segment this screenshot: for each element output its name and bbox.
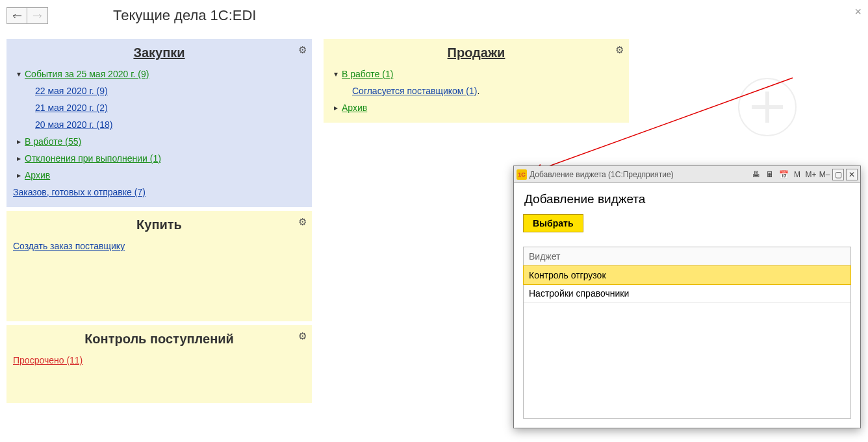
chevron-down-icon[interactable]: ▾	[13, 69, 25, 79]
dialog-close-icon[interactable]: ✕	[846, 169, 858, 180]
purchases-date-20[interactable]: 20 мая 2020 г. (18)	[35, 119, 112, 130]
printer-icon[interactable]: 🖶	[750, 169, 762, 180]
m-plus-button[interactable]: M+	[805, 169, 817, 180]
nav-forward-button[interactable]: 🡒	[27, 7, 48, 24]
widget-buy: ⚙ Купить Создать заказ поставщику	[6, 211, 312, 321]
purchases-archive[interactable]: Архив	[25, 170, 50, 180]
maximize-icon[interactable]: ▢	[832, 169, 844, 180]
add-widget-placeholder-icon[interactable]	[738, 78, 797, 136]
app-1c-icon: 1C	[517, 169, 527, 180]
purchases-in-work[interactable]: В работе (55)	[25, 136, 81, 147]
widget-list-row[interactable]: Контроль отгрузок	[523, 265, 851, 285]
purchases-ready-orders[interactable]: Заказов, готовых к отправке (7)	[13, 187, 146, 197]
dialog-titlebar[interactable]: 1C Добавление виджета (1С:Предприятие) 🖶…	[514, 166, 860, 183]
grid-empty-area	[524, 303, 850, 418]
gear-icon[interactable]: ⚙	[298, 330, 307, 342]
page-title: Текущие дела 1C:EDI	[113, 7, 256, 24]
chevron-right-icon[interactable]: ▸	[13, 137, 25, 146]
m-minus-button[interactable]: M–	[819, 169, 830, 180]
sales-in-work[interactable]: В работе (1)	[342, 69, 393, 79]
sales-archive[interactable]: Архив	[342, 103, 367, 113]
widget-list: Виджет Контроль отгрузок Настройки справ…	[523, 247, 851, 419]
gear-icon[interactable]: ⚙	[615, 44, 624, 56]
calculator-icon[interactable]: 🖩	[764, 169, 776, 180]
purchases-date-21[interactable]: 21 мая 2020 г. (2)	[35, 103, 108, 113]
widget-purchases: ⚙ Закупки ▾ События за 25 мая 2020 г. (9…	[6, 39, 312, 207]
chevron-right-icon[interactable]: ▸	[330, 103, 342, 112]
m-button[interactable]: M	[791, 169, 803, 180]
widget-list-row[interactable]: Настройки справочники	[524, 284, 850, 303]
close-icon[interactable]: ×	[854, 5, 862, 19]
sales-agreed[interactable]: Согласуется поставщиком (1)	[352, 86, 477, 96]
dialog-window-title: Добавление виджета (1С:Предприятие)	[530, 170, 674, 179]
calendar-icon[interactable]: 📅	[778, 169, 789, 180]
chevron-down-icon[interactable]: ▾	[330, 69, 342, 79]
create-supplier-order[interactable]: Создать заказ поставщику	[13, 241, 125, 251]
purchases-events-link[interactable]: События за 25 мая 2020 г. (9)	[25, 69, 149, 79]
nav-back-button[interactable]: 🡐	[6, 7, 27, 24]
purchases-deviations[interactable]: Отклонения при выполнении (1)	[25, 153, 161, 164]
purchases-date-22[interactable]: 22 мая 2020 г. (9)	[35, 86, 108, 96]
widget-receipts: ⚙ Контроль поступлений Просрочено (11)	[6, 325, 312, 403]
chevron-right-icon[interactable]: ▸	[13, 171, 25, 180]
widget-title-buy: Купить	[13, 217, 305, 232]
widget-title-sales[interactable]: Продажи	[330, 45, 622, 60]
receipts-overdue[interactable]: Просрочено (11)	[13, 355, 83, 365]
gear-icon[interactable]: ⚙	[298, 216, 307, 228]
chevron-right-icon[interactable]: ▸	[13, 154, 25, 163]
widget-title-receipts: Контроль поступлений	[13, 332, 305, 347]
widget-sales: ⚙ Продажи ▾ В работе (1) Согласуется пос…	[324, 39, 629, 123]
choose-button[interactable]: Выбрать	[523, 214, 583, 232]
dialog-heading: Добавление виджета	[524, 192, 851, 206]
add-widget-dialog: 1C Добавление виджета (1С:Предприятие) 🖶…	[513, 166, 861, 428]
widget-title-purchases[interactable]: Закупки	[13, 45, 305, 60]
gear-icon[interactable]: ⚙	[298, 44, 307, 56]
grid-column-header[interactable]: Виджет	[524, 247, 850, 266]
